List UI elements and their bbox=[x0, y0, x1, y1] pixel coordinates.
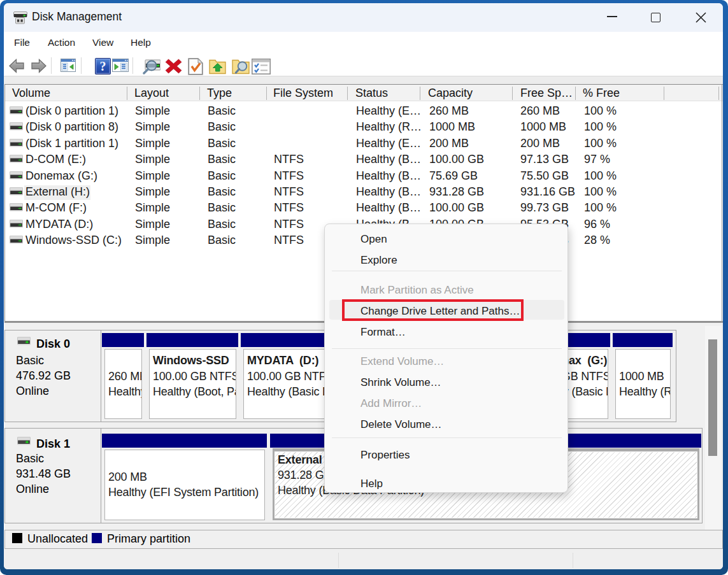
svg-text:?: ? bbox=[100, 59, 106, 73]
